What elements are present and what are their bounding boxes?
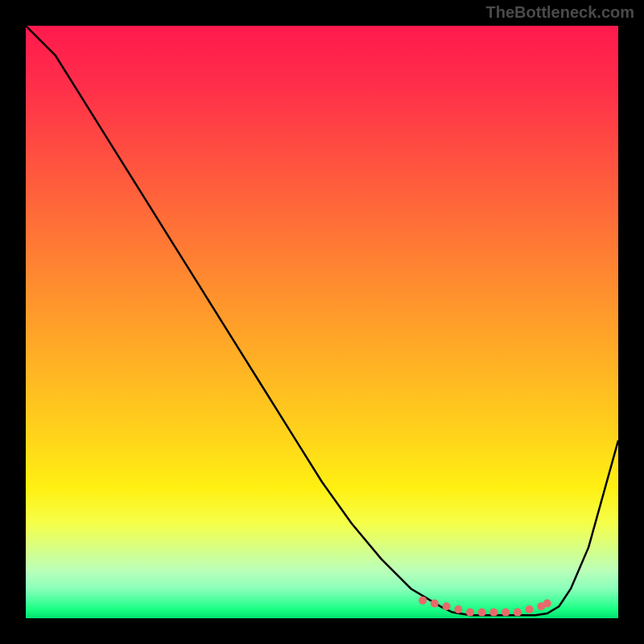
optimal-dot (478, 609, 486, 617)
watermark-text: TheBottleneck.com (486, 3, 634, 22)
optimal-dot (526, 605, 534, 613)
optimal-dot (514, 609, 522, 617)
optimal-dot (502, 609, 510, 617)
optimal-dot (454, 605, 462, 613)
optimal-dot (431, 600, 439, 608)
optimal-dot (443, 602, 451, 610)
chart-svg (26, 26, 618, 618)
optimal-dot (543, 600, 551, 608)
optimal-dot (489, 609, 497, 617)
chart-area (26, 26, 618, 618)
optimal-dot (466, 609, 474, 617)
optimal-dot (419, 597, 427, 605)
gradient-background (26, 26, 618, 618)
